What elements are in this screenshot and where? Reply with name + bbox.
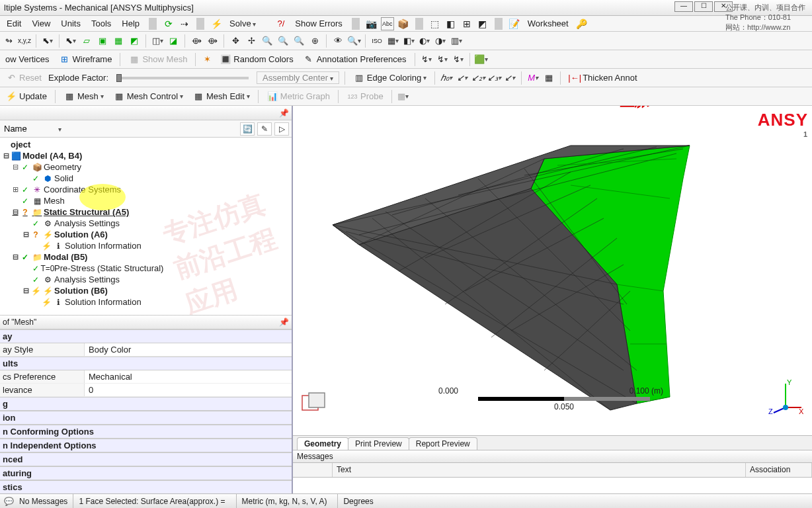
explode-slider[interactable] (116, 77, 249, 79)
tool-icon-4[interactable]: ⬚ (428, 17, 442, 30)
h3-icon[interactable]: ↙₃ (488, 72, 500, 84)
tool-icon-2[interactable]: Abc (381, 17, 394, 30)
extend-icon-1[interactable]: ⟴ (190, 35, 202, 47)
cat-advanced[interactable]: nced (0, 452, 292, 466)
tab-print[interactable]: Print Preview (348, 437, 409, 450)
view-icon[interactable]: 🔍 (348, 35, 360, 47)
filter-btn-3[interactable]: ▷ (274, 122, 289, 136)
mesh-control-button[interactable]: ▦Mesh Control (110, 90, 186, 103)
sel-edge-icon[interactable]: ▱ (81, 35, 93, 47)
cat-defeat[interactable]: aturing (0, 466, 292, 480)
tab-geometry[interactable]: Geometry (297, 437, 348, 450)
tree-analysis-1[interactable]: ✓⚙Analysis Settings (0, 218, 292, 229)
cat-display[interactable]: ay (0, 329, 292, 343)
cat-patchind[interactable]: n Independent Options (0, 439, 292, 452)
cursor-icon[interactable]: ⬉ (42, 35, 54, 47)
display-icon-3[interactable]: ◐ (419, 35, 430, 47)
mesh-edit-button[interactable]: ▦Mesh Edit (190, 90, 253, 103)
zoom-in-icon[interactable]: 🔍 (261, 35, 273, 47)
display-icon[interactable]: ▦ (387, 35, 399, 47)
tree-solid[interactable]: ✓⬢Solid (0, 173, 292, 184)
outline-tree[interactable]: 专注仿真前沿工程应用 oject ⊟🟦Model (A4, B4) ⊟✓📦Geo… (0, 138, 292, 315)
h1-icon[interactable]: ↙ (456, 72, 468, 84)
zoom-out-icon[interactable]: 🔍 (277, 35, 289, 47)
maximize-button[interactable]: ☐ (694, 1, 713, 12)
h2-icon[interactable]: ↙₂ (472, 72, 484, 84)
zoom-box-icon[interactable]: ⊕ (309, 35, 321, 47)
cat-patchconf[interactable]: n Conforming Options (0, 425, 292, 439)
tool-icon-5[interactable]: ◧ (444, 17, 458, 30)
update-button[interactable]: ⚡Update (3, 90, 50, 103)
sel-icon-1[interactable]: ↬ (3, 35, 15, 47)
minimize-button[interactable]: — (674, 1, 693, 12)
hatch-icon[interactable]: ▦ (543, 72, 555, 84)
arrow-icon[interactable]: ⇢ (178, 17, 191, 30)
tree-coord[interactable]: ⊞✓✳Coordinate Systems (0, 184, 292, 195)
cat-stats[interactable]: stics (0, 480, 292, 493)
select-icon-a[interactable]: ◪ (167, 35, 179, 47)
wireframe-button[interactable]: ⊞Wireframe (56, 53, 114, 66)
display-icon-2[interactable]: ◧ (403, 35, 415, 47)
details-pin-icon[interactable]: 📌 (279, 318, 289, 327)
v-physics[interactable]: Mechanical (85, 370, 292, 383)
show-errors-button[interactable]: Show Errors (291, 17, 346, 30)
sel-icon-2[interactable]: x,y,z (19, 35, 30, 47)
sel-body-icon[interactable]: ▦ (112, 35, 124, 47)
menu-tools[interactable]: Tools (87, 17, 115, 30)
menu-units[interactable]: Units (57, 17, 85, 30)
display-icon-4[interactable]: ◑ (434, 35, 446, 47)
edge-coloring-button[interactable]: ▥Edge Coloring (350, 71, 429, 85)
status-units[interactable]: Metric (m, kg, N, s, V, A) (236, 494, 333, 508)
menu-view[interactable]: View (28, 17, 54, 30)
graphics-viewport[interactable]: 正脈CaE ANSY 1 (293, 106, 812, 435)
tool-icon-3[interactable]: 📦 (397, 17, 410, 30)
tree-solution-a[interactable]: ⊟?⚡Solution (A6) (0, 229, 292, 240)
h0-icon[interactable]: ℎ₀ (440, 72, 452, 84)
tree-solution-b[interactable]: ⊟⚡⚡Solution (B6) (0, 285, 292, 296)
thicken-button[interactable]: |←|Thicken Annot (566, 71, 639, 85)
filter-btn-1[interactable]: 🔄 (240, 122, 255, 136)
tree-mesh[interactable]: ✓▦Mesh (0, 195, 292, 206)
zoom-fit-icon[interactable]: 🔍 (293, 35, 305, 47)
cs-icon-1[interactable]: ↯ (421, 54, 432, 65)
tool-icon-8[interactable]: 🔑 (575, 17, 589, 30)
m-icon[interactable]: M (527, 72, 539, 84)
cat-defaults[interactable]: ults (0, 357, 292, 370)
look-at-icon[interactable]: 👁 (332, 35, 344, 47)
v-display-style[interactable]: Body Color (85, 343, 292, 356)
paint-icon[interactable]: ✶ (201, 54, 213, 65)
status-angle[interactable]: Degrees (337, 494, 378, 508)
random-colors-button[interactable]: 🔳Random Colors (217, 53, 296, 66)
pin-icon[interactable]: 📌 (279, 108, 289, 118)
filter-btn-2[interactable]: ✎ (257, 122, 272, 136)
plane-icon[interactable] (300, 392, 330, 415)
extend-icon-2[interactable]: ⟴ (206, 35, 218, 47)
rotate-icon[interactable]: ✥ (229, 35, 241, 47)
assembly-center-select[interactable]: Assembly Center (257, 71, 339, 84)
box-select-icon[interactable]: ◫ (151, 35, 163, 47)
tree-analysis-2[interactable]: ✓⚙Analysis Settings (0, 274, 292, 285)
cube-icon[interactable]: 🟩 (475, 54, 487, 65)
close-button[interactable]: ✕ (714, 1, 733, 12)
sel-vertex-icon[interactable]: ⬉ (65, 35, 77, 47)
details-grid[interactable]: ay ay StyleBody Color ults cs Preference… (0, 329, 292, 493)
cat-inflation[interactable]: ion (0, 411, 292, 425)
iso-icon[interactable]: ISO (371, 35, 383, 47)
worksheet-button[interactable]: Worksheet (524, 17, 573, 30)
filter-dropdown[interactable] (58, 124, 65, 134)
display-icon-5[interactable]: ▥ (450, 35, 462, 47)
h4-icon[interactable]: ↙ (504, 72, 516, 84)
tab-report[interactable]: Report Preview (409, 437, 477, 450)
solve-button[interactable]: Solve (225, 17, 260, 30)
annotation-prefs-button[interactable]: ✎Annotation Preferences (300, 53, 409, 66)
tool-icon-1[interactable]: 📷 (365, 17, 378, 30)
go-icon[interactable]: ⟳ (162, 17, 175, 30)
v-relevance[interactable]: 0 (85, 384, 292, 396)
tree-geometry[interactable]: ⊟✓📦Geometry (0, 161, 292, 173)
sel-face-icon[interactable]: ▣ (97, 35, 108, 47)
cs-icon-2[interactable]: ↯ (436, 54, 448, 65)
messages-col-text[interactable]: Text (333, 463, 746, 477)
tool-icon-7[interactable]: ◩ (476, 17, 489, 30)
menu-help[interactable]: Help (118, 17, 143, 30)
triad[interactable]: Y X Z (767, 378, 804, 415)
